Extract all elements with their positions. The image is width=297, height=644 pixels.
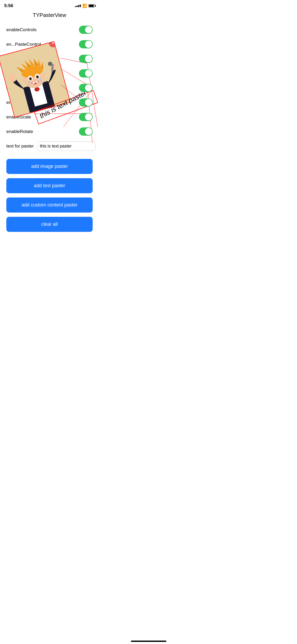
control-row-enableMove [6,52,93,66]
enableGesture-label: enableGe... [6,85,30,91]
enableScale-label: enableScale [6,114,31,120]
control-row-enableDrag: enableDrag [6,95,93,110]
status-time: 5:56 [4,3,13,8]
clear-all-button[interactable]: clear all [6,217,93,232]
text-for-paster-label: text for paster [6,144,34,149]
enableRotate-toggle[interactable] [79,127,93,136]
status-icons: 📶 [75,4,95,8]
control-row-enableControls: enableControls [6,22,93,37]
add-text-paster-button[interactable]: add text paster [6,178,93,193]
enableScale-toggle[interactable] [79,113,93,121]
signal-icon [75,4,81,7]
control-row-enableRotate: enableRotate [6,124,93,139]
enableDrag-label: enableDrag [6,100,30,105]
enableControls-label: enableControls [6,27,36,33]
controls-section: enableControls en...PasteControl enableG… [0,22,99,154]
status-bar: 5:56 📶 [0,0,99,10]
page-title: TYPasterView [0,10,99,22]
text-for-paster-row: text for paster [6,139,93,154]
enableGesture-toggle[interactable] [79,84,93,92]
text-for-paster-input[interactable] [37,141,96,151]
enableRotate-label: enableRotate [6,129,33,134]
add-image-paster-button[interactable]: add image paster [6,159,93,174]
enablePasteControl-toggle[interactable] [79,40,93,48]
enableMove-toggle[interactable] [79,55,93,63]
enableDelete-toggle[interactable] [79,69,93,77]
buttons-section: add image paster add text paster add cus… [0,154,99,232]
enableDrag-toggle[interactable] [79,98,93,107]
enableControls-toggle[interactable] [79,26,93,34]
battery-icon [88,4,95,7]
add-custom-content-paster-button[interactable]: add custom content paster [6,197,93,213]
control-row-enableScale: enableScale [6,110,93,124]
enablePasteControl-label: en...PasteControl [6,42,41,47]
control-row-enableDelete [6,66,93,81]
wifi-icon: 📶 [82,4,87,8]
control-row-enableGesture: enableGe... [6,81,93,95]
